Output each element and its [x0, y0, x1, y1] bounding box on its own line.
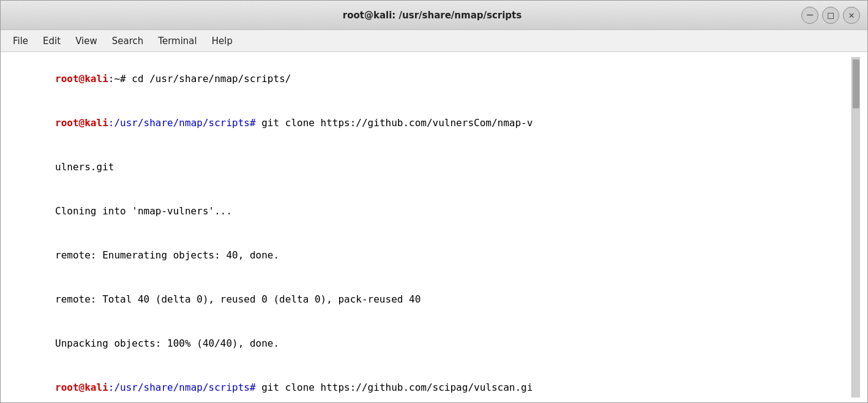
terminal-window: root@kali: /usr/share/nmap/scripts ─ □ ✕…: [0, 0, 868, 403]
output-text: ulners.git: [55, 161, 114, 173]
terminal-line: remote: Enumerating objects: 40, done.: [8, 233, 851, 277]
terminal-line: Cloning into 'nmap-vulners'...: [8, 189, 851, 233]
terminal-line: remote: Total 40 (delta 0), reused 0 (de…: [8, 277, 851, 322]
menu-view[interactable]: View: [68, 33, 105, 49]
terminal-area[interactable]: root@kali:~# cd /usr/share/nmap/scripts/…: [1, 52, 867, 402]
prompt-path: :~#: [108, 73, 126, 85]
output-text: Unpacking objects: 100% (40/40), done.: [55, 337, 279, 349]
prompt-user: root@kali: [55, 117, 108, 129]
title-bar: root@kali: /usr/share/nmap/scripts ─ □ ✕: [1, 1, 867, 30]
output-text: Cloning into 'nmap-vulners'...: [55, 205, 232, 217]
terminal-line: Unpacking objects: 100% (40/40), done.: [8, 322, 851, 366]
command-text: cd /usr/share/nmap/scripts/: [126, 73, 291, 85]
terminal-line: root@kali:~# cd /usr/share/nmap/scripts/: [8, 57, 851, 101]
prompt-user: root@kali: [55, 73, 108, 85]
terminal-output: root@kali:~# cd /usr/share/nmap/scripts/…: [8, 57, 851, 397]
prompt-path: :/usr/share/nmap/scripts#: [108, 382, 256, 393]
menu-search[interactable]: Search: [105, 33, 151, 49]
menu-terminal[interactable]: Terminal: [151, 33, 204, 49]
window-controls: ─ □ ✕: [801, 7, 860, 24]
close-button[interactable]: ✕: [843, 7, 860, 24]
prompt-user: root@kali: [55, 382, 108, 393]
terminal-line: root@kali:/usr/share/nmap/scripts# git c…: [8, 366, 851, 397]
minimize-button[interactable]: ─: [801, 7, 818, 24]
menu-edit[interactable]: Edit: [36, 33, 68, 49]
maximize-button[interactable]: □: [822, 7, 839, 24]
output-text: remote: Enumerating objects: 40, done.: [55, 249, 279, 261]
command-text: git clone https://github.com/vulnersCom/…: [256, 117, 533, 129]
prompt-path: :/usr/share/nmap/scripts#: [108, 117, 256, 129]
terminal-line: root@kali:/usr/share/nmap/scripts# git c…: [8, 101, 851, 145]
command-text: git clone https://github.com/scipag/vuls…: [256, 382, 533, 393]
menu-help[interactable]: Help: [204, 33, 240, 49]
scrollbar-thumb[interactable]: [853, 59, 859, 108]
terminal-line: ulners.git: [8, 145, 851, 189]
scrollbar[interactable]: [851, 57, 860, 397]
output-text: remote: Total 40 (delta 0), reused 0 (de…: [55, 293, 421, 305]
menu-bar: File Edit View Search Terminal Help: [1, 30, 867, 52]
menu-file[interactable]: File: [6, 33, 36, 49]
window-title: root@kali: /usr/share/nmap/scripts: [63, 10, 801, 21]
